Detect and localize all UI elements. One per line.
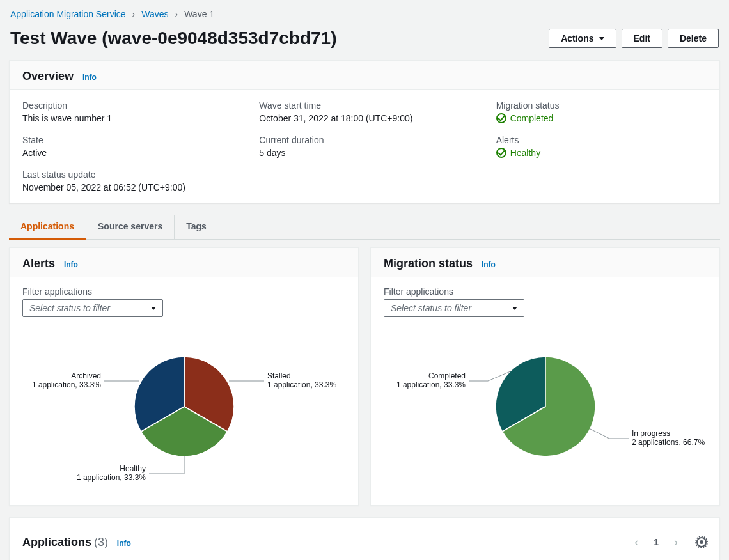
chart-label: 2 applications, 66.7%: [632, 438, 705, 447]
chart-label: Healthy: [120, 464, 146, 473]
description-value: This is wave number 1: [22, 113, 233, 123]
migration-status-value: Completed: [510, 113, 554, 123]
select-placeholder: Select status to filter: [29, 303, 110, 313]
caret-down-icon: [599, 37, 604, 40]
overview-title: Overview: [22, 70, 74, 82]
duration-label: Current duration: [259, 135, 469, 145]
tab-source-servers[interactable]: Source servers: [86, 215, 175, 239]
delete-button[interactable]: Delete: [668, 29, 719, 48]
chart-label: Completed: [428, 371, 465, 380]
current-page: 1: [645, 528, 668, 556]
divider: [687, 534, 687, 550]
tab-applications[interactable]: Applications: [9, 215, 86, 240]
breadcrumb-waves[interactable]: Waves: [141, 9, 168, 19]
breadcrumb-root[interactable]: Application Migration Service: [10, 9, 126, 19]
chart-label: Archived: [71, 371, 101, 380]
migration-info-link[interactable]: Info: [482, 260, 496, 269]
caret-down-icon: [512, 307, 517, 310]
chevron-right-icon: ›: [132, 9, 136, 19]
gear-icon[interactable]: [696, 537, 707, 547]
migration-pie-chart: Completed 1 application, 33.3% In progre…: [386, 343, 705, 490]
migration-chart-panel: Migration status Info Filter application…: [370, 247, 720, 506]
caret-down-icon: [151, 307, 156, 310]
chart-label: 1 application, 33.3%: [396, 380, 465, 389]
chart-label: Stalled: [267, 371, 291, 380]
start-time-value: October 31, 2022 at 18:00 (UTC+9:00): [259, 113, 469, 123]
alerts-chart-panel: Alerts Info Filter applications Select s…: [9, 247, 359, 506]
last-status-label: Last status update: [22, 169, 233, 180]
last-status-value: November 05, 2022 at 06:52 (UTC+9:00): [22, 182, 233, 192]
description-label: Description: [22, 100, 233, 111]
actions-button-label: Actions: [561, 33, 593, 43]
chart-label: In progress: [632, 429, 670, 438]
chart-label: 1 application, 33.3%: [31, 380, 100, 389]
page-next-icon[interactable]: ›: [674, 536, 678, 549]
chart-label: 1 application, 33.3%: [267, 380, 336, 389]
alerts-panel-title: Alerts: [22, 257, 55, 270]
chart-label: 1 application, 33.3%: [76, 473, 145, 482]
breadcrumb-current: Wave 1: [184, 9, 214, 19]
applications-info-link[interactable]: Info: [117, 539, 131, 548]
tab-tags[interactable]: Tags: [175, 215, 218, 239]
breadcrumb: Application Migration Service › Waves › …: [9, 9, 720, 19]
applications-count: (3): [94, 536, 108, 548]
check-circle-icon: [496, 113, 506, 123]
alerts-filter-select[interactable]: Select status to filter: [22, 299, 163, 317]
applications-title: Applications: [22, 536, 91, 548]
state-value: Active: [22, 148, 233, 158]
overview-info-link[interactable]: Info: [82, 73, 97, 82]
migration-filter-label: Filter applications: [384, 286, 707, 297]
page-prev-icon[interactable]: ‹: [634, 536, 638, 549]
migration-panel-title: Migration status: [384, 257, 473, 270]
alerts-pie-chart: Stalled 1 application, 33.3% Healthy 1 a…: [24, 343, 344, 490]
migration-status-label: Migration status: [496, 100, 707, 111]
state-label: State: [22, 135, 233, 145]
alerts-filter-label: Filter applications: [22, 286, 345, 297]
pager: ‹ 1 ›: [634, 528, 678, 556]
edit-button[interactable]: Edit: [622, 29, 662, 48]
check-circle-icon: [496, 148, 506, 158]
alerts-value: Healthy: [510, 148, 540, 158]
alerts-info-link[interactable]: Info: [64, 260, 78, 269]
alerts-label: Alerts: [496, 135, 707, 145]
overview-panel: Overview Info Description This is wave n…: [9, 60, 720, 203]
select-placeholder: Select status to filter: [391, 303, 471, 313]
start-time-label: Wave start time: [259, 100, 469, 111]
actions-button[interactable]: Actions: [549, 29, 616, 48]
duration-value: 5 days: [259, 148, 469, 158]
tabs: Applications Source servers Tags: [9, 215, 720, 240]
page-title: Test Wave (wave-0e9048d353d7cbd71): [10, 28, 336, 49]
applications-panel: Applications (3) Info ‹ 1 ›: [9, 517, 720, 560]
chevron-right-icon: ›: [175, 9, 178, 19]
migration-filter-select[interactable]: Select status to filter: [384, 299, 524, 317]
